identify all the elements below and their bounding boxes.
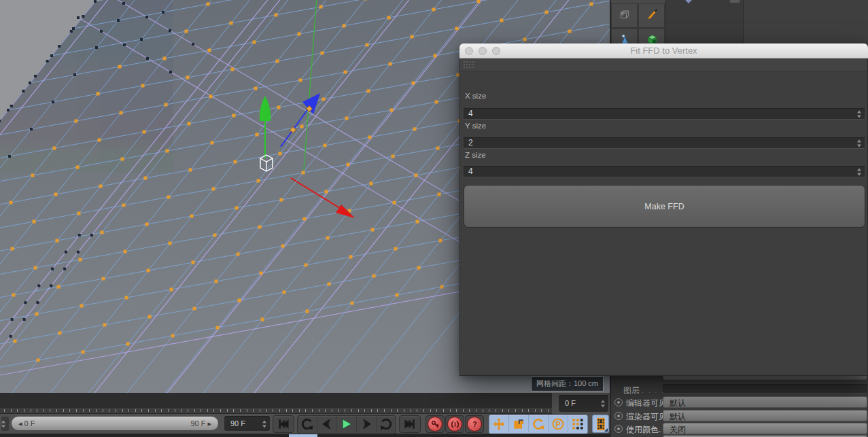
record-keyframe-button[interactable]	[426, 415, 445, 433]
field-input-y-size[interactable]: 2	[464, 137, 865, 149]
field-stepper[interactable]	[856, 168, 862, 175]
frame-range-slider[interactable]: ◂ 0 F 90 F ▸	[11, 416, 219, 431]
ruler-tick	[122, 409, 123, 412]
record-position-toggle[interactable]	[489, 415, 509, 432]
ruler-tick	[63, 409, 64, 412]
end-frame-value: 90 F	[230, 419, 245, 427]
range-start-value: ◂ 0 F	[18, 419, 35, 428]
right-toolbar-region	[610, 0, 868, 43]
ruler-tick	[411, 409, 411, 412]
goto-end-button[interactable]	[399, 415, 421, 433]
previous-frame-button[interactable]	[317, 416, 337, 432]
dialog-toolbar-strip	[460, 58, 867, 71]
timeline-mini-stepper[interactable]	[1, 417, 9, 431]
keyframe-radio-icon[interactable]	[614, 398, 623, 406]
current-frame-field[interactable]: 0 F	[559, 395, 608, 412]
keyframe-selection-button[interactable]	[592, 415, 609, 433]
ruler-tick	[332, 409, 332, 412]
goto-next-key-button[interactable]	[377, 416, 396, 432]
attribute-row: 图层 . . . . .	[611, 383, 868, 396]
record-parameter-toggle[interactable]: P	[549, 415, 568, 432]
ruler-tick	[391, 409, 392, 412]
ruler-tick	[279, 409, 280, 412]
goto-start-button[interactable]	[273, 415, 294, 433]
keyframe-strip-selection[interactable]	[289, 434, 317, 437]
ruler-tick	[207, 409, 208, 412]
ruler-tick	[502, 409, 503, 412]
attribute-row: 渲染器可见 默认	[611, 410, 868, 422]
attribute-dropdown[interactable]: 默认	[663, 410, 867, 421]
current-frame-value: 0 F	[565, 399, 576, 407]
record-rotation-toggle[interactable]	[529, 415, 549, 432]
current-frame-stepper[interactable]	[600, 400, 606, 408]
ruler-tick	[299, 409, 300, 412]
play-forward-button[interactable]	[337, 416, 357, 432]
layer-field[interactable]	[663, 384, 867, 394]
knife-icon	[642, 7, 662, 24]
dialog-title: Fit FFD to Vertex	[459, 43, 868, 58]
ruler-tick	[397, 409, 398, 412]
ruler-tick	[201, 409, 201, 412]
ruler-tick	[266, 409, 267, 412]
field-value: 4	[468, 109, 473, 119]
ruler-tick	[213, 409, 214, 412]
ruler-tick	[443, 409, 444, 412]
ruler-tick	[24, 409, 24, 412]
ruler-tick	[135, 409, 136, 412]
field-stepper[interactable]	[856, 139, 862, 147]
ruler-tick	[233, 409, 234, 412]
ruler-tick	[44, 409, 44, 412]
tool-knife-button[interactable]	[638, 3, 665, 28]
timeline-ruler[interactable]: 0 F	[0, 393, 610, 414]
end-frame-stepper[interactable]	[262, 420, 267, 427]
grip-handle-icon[interactable]	[463, 60, 475, 69]
ruler-ticks[interactable]	[0, 408, 552, 414]
ruler-tick	[371, 409, 372, 412]
autokeying-button[interactable]	[445, 415, 464, 433]
ruler-tick	[56, 409, 57, 412]
ruler-tick	[188, 409, 188, 412]
end-frame-field[interactable]: 90 F	[224, 416, 270, 431]
ruler-tick	[247, 409, 247, 412]
ruler-tick	[463, 409, 464, 412]
ruler-tick	[83, 409, 84, 412]
ruler-tick	[483, 409, 483, 412]
field-stepper[interactable]	[856, 110, 862, 118]
ruler-tick	[240, 409, 241, 412]
attribute-dropdown[interactable]: 默认	[663, 396, 867, 408]
help-button[interactable]: ?	[465, 415, 484, 433]
ruler-tick	[17, 409, 18, 412]
record-scale-toggle[interactable]	[509, 415, 529, 432]
ruler-tick	[116, 409, 116, 412]
dialog-titlebar[interactable]: Fit FFD to Vertex	[459, 43, 868, 58]
ruler-tick	[260, 409, 260, 412]
ruler-tick	[436, 409, 437, 412]
keyframe-radio-icon[interactable]	[614, 425, 623, 433]
attribute-partial-field[interactable]	[663, 376, 867, 380]
svg-text:?: ?	[472, 419, 476, 427]
field-input-x-size[interactable]: 4	[464, 108, 865, 120]
ruler-tick	[220, 409, 221, 412]
ruler-tick	[109, 409, 109, 412]
tool-model-disabled-button[interactable]	[611, 3, 638, 28]
field-label-x-size: X size	[465, 92, 486, 100]
next-frame-button[interactable]	[357, 416, 377, 432]
ruler-tick	[148, 409, 149, 412]
ruler-tick	[161, 409, 162, 412]
goto-previous-key-button[interactable]	[298, 416, 317, 432]
ruler-tick	[50, 409, 50, 412]
attribute-dropdown[interactable]: 关闭	[663, 423, 867, 434]
attribute-value: 默认	[670, 411, 686, 423]
ruler-numbers[interactable]	[0, 393, 552, 408]
attribute-value: 关闭	[670, 424, 686, 436]
ruler-tick	[515, 409, 516, 412]
ruler-tick	[456, 409, 457, 412]
ruler-tick	[377, 409, 378, 412]
make-ffd-button[interactable]: Make FFD	[464, 185, 865, 228]
application-window: { "dialog": { "title": "Fit FFD to Verte…	[0, 0, 868, 437]
field-value: 2	[468, 138, 473, 148]
field-input-z-size[interactable]: 4	[464, 166, 865, 177]
attribute-label: 渲染器可见	[626, 411, 667, 423]
record-point-level-toggle[interactable]	[568, 415, 587, 432]
keyframe-radio-icon[interactable]	[614, 412, 623, 420]
